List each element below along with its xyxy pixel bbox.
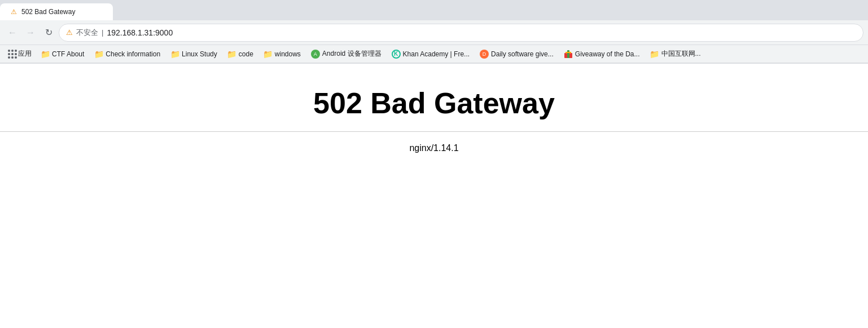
bookmarks-bar: 应用 📁 CTF About 📁 Check information 📁 Lin…	[0, 45, 868, 63]
tab-favicon: ⚠	[9, 7, 18, 16]
active-tab[interactable]: ⚠ 502 Bad Gateway	[0, 3, 113, 20]
folder-icon: 📁	[170, 50, 179, 59]
back-button[interactable]: ←	[5, 25, 20, 41]
folder-icon: 📁	[264, 50, 273, 59]
folder-icon: 📁	[94, 50, 103, 59]
apps-button[interactable]: 应用	[5, 47, 35, 60]
error-subtext: nginx/1.14.1	[409, 143, 458, 153]
bookmark-label: code	[239, 50, 253, 58]
bookmark-label: 中国互联网...	[661, 49, 701, 59]
browser-chrome: ⚠ 502 Bad Gateway ← → ↻ ⚠ 不安全 | 192.168.…	[0, 0, 868, 64]
giveaway-icon	[564, 50, 573, 59]
url-display: 192.168.1.31:9000	[107, 28, 856, 37]
page-divider	[0, 131, 868, 132]
forward-button[interactable]: →	[23, 25, 38, 41]
bookmark-label: Linux Study	[182, 50, 217, 58]
tab-title: 502 Bad Gateway	[21, 8, 75, 16]
apps-grid-icon	[8, 50, 16, 59]
folder-icon: 📁	[650, 50, 659, 59]
bookmark-label: windows	[275, 50, 301, 58]
bookmark-linux-study[interactable]: 📁 Linux Study	[166, 48, 222, 60]
bookmark-code[interactable]: 📁 code	[223, 48, 258, 60]
bookmark-windows[interactable]: 📁 windows	[259, 48, 305, 60]
security-text: 不安全	[76, 28, 98, 38]
security-icon: ⚠	[66, 28, 73, 37]
bookmark-giveaway[interactable]: Giveaway of the Da...	[559, 48, 645, 60]
bookmark-label: Daily software give...	[491, 50, 554, 58]
reload-button[interactable]: ↻	[41, 25, 56, 41]
svg-rect-3	[565, 52, 571, 53]
apps-label: 应用	[18, 49, 32, 59]
bookmark-android[interactable]: A Android 设备管理器	[306, 47, 386, 60]
address-bar[interactable]: ⚠ 不安全 | 192.168.1.31:9000	[59, 24, 863, 42]
error-heading: 502 Bad Gateway	[313, 86, 555, 120]
bookmark-khan[interactable]: K Khan Academy | Fre...	[387, 48, 475, 60]
daily-icon: D	[480, 50, 489, 59]
svg-rect-2	[567, 50, 569, 58]
bookmark-label: Giveaway of the Da...	[575, 50, 640, 58]
folder-icon: 📁	[227, 50, 236, 59]
separator: |	[102, 28, 103, 37]
bookmark-label: CTF About	[52, 50, 84, 58]
page-content: 502 Bad Gateway nginx/1.14.1	[0, 64, 868, 328]
bookmark-ctf-about[interactable]: 📁 CTF About	[36, 48, 89, 60]
nav-bar: ← → ↻ ⚠ 不安全 | 192.168.1.31:9000	[0, 20, 868, 45]
bookmark-check-information[interactable]: 📁 Check information	[90, 48, 165, 60]
bookmark-label: Android 设备管理器	[322, 49, 382, 59]
tab-bar: ⚠ 502 Bad Gateway	[0, 0, 868, 20]
folder-icon: 📁	[41, 50, 50, 59]
khan-icon: K	[392, 50, 401, 59]
bookmark-label: Khan Academy | Fre...	[403, 50, 470, 58]
android-icon: A	[311, 50, 320, 59]
bookmark-label: Check information	[106, 50, 160, 58]
bookmark-daily[interactable]: D Daily software give...	[475, 48, 558, 60]
bookmark-china[interactable]: 📁 中国互联网...	[646, 47, 705, 60]
